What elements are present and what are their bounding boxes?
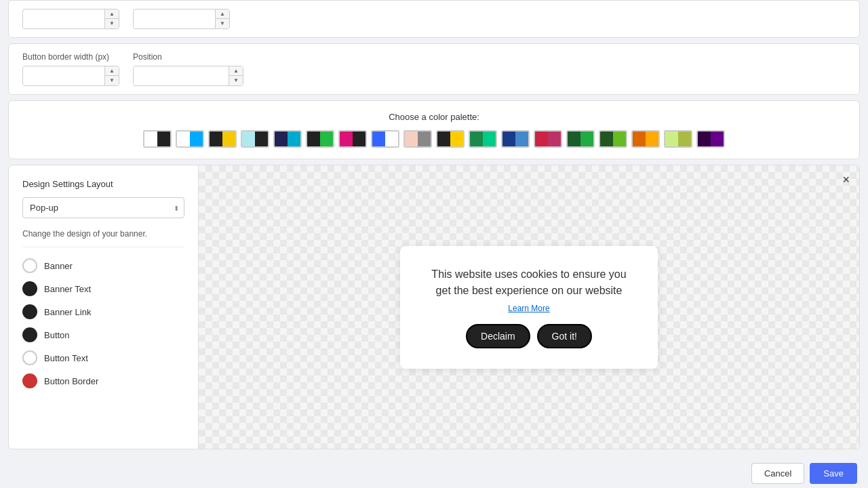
popup-text: This website uses cookies to ensure you … <box>427 266 631 299</box>
top-fields-row: 20px ▲ ▼ 20 ▲ ▼ <box>8 0 860 38</box>
color-circle-2 <box>22 304 37 319</box>
swatch-2[interactable] <box>208 130 237 148</box>
swatch-16[interactable] <box>664 130 692 148</box>
palette-title: Choose a color palette: <box>22 112 846 122</box>
border-width-down[interactable]: ▼ <box>105 76 119 85</box>
swatch-7[interactable] <box>371 130 399 148</box>
swatch-10[interactable] <box>469 130 497 148</box>
close-button[interactable]: × <box>842 174 850 186</box>
swatch-9[interactable] <box>436 130 465 148</box>
color-option-1[interactable]: Banner Text <box>22 281 184 296</box>
color-option-0[interactable]: Banner <box>22 258 184 273</box>
save-button[interactable]: Save <box>810 463 857 484</box>
font-size-down[interactable]: ▼ <box>105 19 119 28</box>
color-circle-0 <box>22 258 37 273</box>
page-wrapper: 20px ▲ ▼ 20 ▲ ▼ Button border width (px) <box>0 0 868 488</box>
position-down[interactable]: ▼ <box>229 76 243 85</box>
layout-select[interactable]: Pop-up Banner Floating <box>22 197 184 218</box>
right-panel: × This website uses cookies to ensure yo… <box>199 165 859 449</box>
swatch-13[interactable] <box>566 130 595 148</box>
color-option-label-3: Button <box>44 330 70 340</box>
font-size-input-wrapper: 20px ▲ ▼ <box>22 9 119 29</box>
position-value-down[interactable]: ▼ <box>216 19 229 28</box>
learn-more-link[interactable]: Learn More <box>508 304 549 313</box>
swatch-1[interactable] <box>176 130 204 148</box>
color-options: Banner Banner Text Banner Link Button Bu… <box>22 258 184 388</box>
position-value-group: 20 ▲ ▼ <box>133 9 230 29</box>
color-option-label-1: Banner Text <box>44 284 91 294</box>
popup-banner: This website uses cookies to ensure you … <box>400 246 658 369</box>
border-width-group: Button border width (px) 2 ▲ ▼ <box>22 52 119 86</box>
font-size-group: 20px ▲ ▼ <box>22 9 119 29</box>
swatch-5[interactable] <box>306 130 334 148</box>
border-width-up[interactable]: ▲ <box>105 66 119 76</box>
font-size-input[interactable]: 20px <box>23 11 104 28</box>
design-description: Change the design of your banner. <box>22 229 184 247</box>
position-arrows: ▲ ▼ <box>229 66 243 85</box>
color-circle-3 <box>22 327 37 342</box>
border-position-row: Button border width (px) 2 ▲ ▼ Position … <box>8 43 860 95</box>
color-circle-4 <box>22 350 37 365</box>
left-panel-title: Design Settings Layout <box>22 179 184 189</box>
color-circle-1 <box>22 281 37 296</box>
cancel-button[interactable]: Cancel <box>751 463 804 484</box>
border-width-arrows: ▲ ▼ <box>104 66 119 85</box>
position-value-input[interactable]: 20 <box>134 11 215 28</box>
position-value-arrows: ▲ ▼ <box>215 9 229 28</box>
position-up[interactable]: ▲ <box>229 66 243 76</box>
layout-select-wrapper: Pop-up Banner Floating ⬍ <box>22 197 184 218</box>
swatch-4[interactable] <box>273 130 302 148</box>
position-value-input-wrapper: 20 ▲ ▼ <box>133 9 230 29</box>
font-size-arrows: ▲ ▼ <box>104 9 119 28</box>
font-size-up[interactable]: ▲ <box>105 9 119 19</box>
border-width-input[interactable]: 2 <box>23 68 104 85</box>
swatch-8[interactable] <box>403 130 432 148</box>
position-input[interactable]: Top <box>134 68 229 85</box>
color-option-label-4: Button Text <box>44 353 88 363</box>
footer: Cancel Save <box>0 455 868 488</box>
color-circle-5 <box>22 373 37 388</box>
swatch-11[interactable] <box>501 130 530 148</box>
color-option-label-2: Banner Link <box>44 307 91 317</box>
color-option-label-5: Button Border <box>44 376 98 386</box>
bottom-section: Design Settings Layout Pop-up Banner Flo… <box>8 165 860 449</box>
swatch-14[interactable] <box>599 130 627 148</box>
position-input-wrapper: Top ▲ ▼ <box>133 66 243 86</box>
palette-swatches <box>22 130 846 148</box>
swatch-0[interactable] <box>143 130 172 148</box>
position-label: Position <box>133 52 243 62</box>
color-palette-section: Choose a color palette: <box>8 100 860 159</box>
swatch-3[interactable] <box>241 130 269 148</box>
swatch-17[interactable] <box>696 130 725 148</box>
got-it-button[interactable]: Got it! <box>537 324 592 348</box>
color-option-5[interactable]: Button Border <box>22 373 184 388</box>
border-width-input-wrapper: 2 ▲ ▼ <box>22 66 119 86</box>
color-option-2[interactable]: Banner Link <box>22 304 184 319</box>
swatch-12[interactable] <box>534 130 562 148</box>
color-option-label-0: Banner <box>44 261 73 271</box>
border-width-label: Button border width (px) <box>22 52 119 62</box>
decline-button[interactable]: Declaim <box>466 324 530 348</box>
swatch-6[interactable] <box>338 130 367 148</box>
color-option-3[interactable]: Button <box>22 327 184 342</box>
position-value-up[interactable]: ▲ <box>216 9 229 19</box>
position-group: Position Top ▲ ▼ <box>133 52 243 86</box>
color-option-4[interactable]: Button Text <box>22 350 184 365</box>
popup-buttons: Declaim Got it! <box>427 324 631 348</box>
swatch-15[interactable] <box>631 130 660 148</box>
left-panel: Design Settings Layout Pop-up Banner Flo… <box>9 165 199 449</box>
